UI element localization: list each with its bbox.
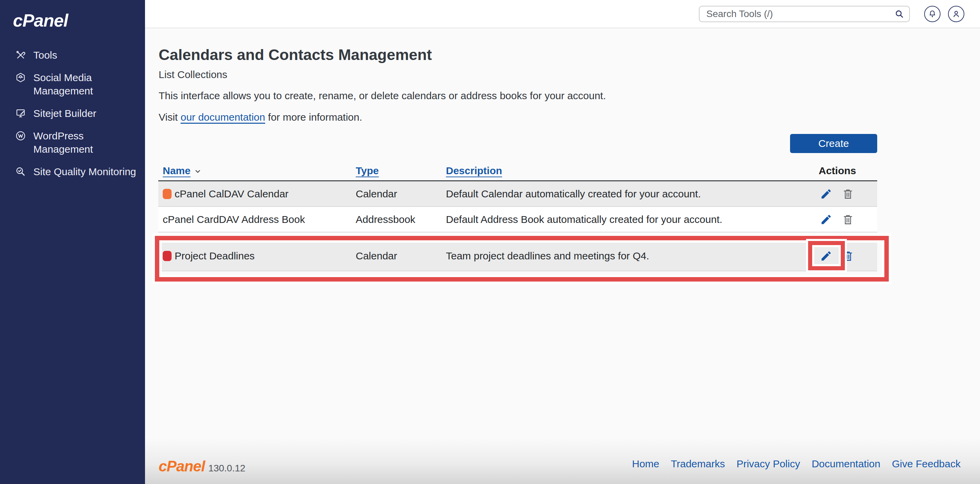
- table-row-carddav-address-book: cPanel CardDAV Address Book Addressbook …: [158, 207, 877, 232]
- cpanel-sidebar-logo[interactable]: cPanel: [0, 0, 145, 31]
- trash-icon: [842, 213, 854, 226]
- trash-icon: [842, 188, 854, 200]
- collection-name: Project Deadlines: [175, 250, 255, 262]
- bell-icon: [928, 9, 937, 19]
- calendar-color-swatch: [163, 189, 172, 199]
- collection-name: cPanel CalDAV Calendar: [175, 188, 289, 200]
- sidebar-item-wordpress-management[interactable]: WordPress Management: [0, 129, 145, 156]
- collection-name-cell: cPanel CalDAV Calendar: [163, 188, 289, 200]
- page-intro: This interface allows you to create, ren…: [159, 90, 606, 102]
- chevron-down-icon: [194, 168, 202, 175]
- table-row-caldav-calendar: cPanel CalDAV Calendar Calendar Default …: [158, 181, 877, 207]
- pencil-icon: [820, 250, 832, 262]
- collection-description: Default Calendar automatically created f…: [446, 188, 701, 200]
- docs-suffix: for more information.: [265, 112, 362, 123]
- sidebar-item-social-media-management[interactable]: Social Media Management: [0, 71, 145, 97]
- page-title: Calendars and Contacts Management: [159, 46, 432, 64]
- collection-description: Team project deadlines and meetings for …: [446, 250, 649, 262]
- collection-name-cell: Project Deadlines: [163, 250, 255, 262]
- docs-line: Visit our documentation for more informa…: [159, 112, 362, 123]
- footer-link-home[interactable]: Home: [632, 458, 659, 470]
- documentation-link[interactable]: our documentation: [180, 112, 265, 123]
- user-icon: [951, 9, 961, 19]
- table-header-row: Name Type Description Actions: [158, 160, 877, 181]
- collection-type: Calendar: [356, 250, 397, 262]
- sidebar-item-tools[interactable]: Tools: [0, 48, 145, 62]
- topbar: [145, 0, 980, 28]
- collection-type: Calendar: [356, 188, 397, 200]
- footer-link-documentation[interactable]: Documentation: [811, 458, 880, 470]
- sidebar-item-sitejet-builder[interactable]: Sitejet Builder: [0, 107, 145, 120]
- collection-description: Default Address Book automatically creat…: [446, 214, 722, 225]
- search-icon: [894, 9, 904, 19]
- edit-button[interactable]: [820, 213, 832, 226]
- cpanel-app: cPanel Tools Social Media Management: [0, 0, 980, 484]
- docs-prefix: Visit: [159, 112, 180, 123]
- wordpress-icon: [15, 130, 26, 141]
- collection-type: Addressbook: [356, 214, 415, 225]
- tools-icon: [15, 50, 26, 61]
- sidebar-item-label: WordPress Management: [33, 129, 93, 156]
- footer: cPanel 130.0.12 Home Trademarks Privacy …: [145, 438, 980, 484]
- sidebar-item-label: Tools: [33, 48, 57, 62]
- collections-table: Name Type Description Actions cPanel Cal…: [158, 160, 877, 271]
- delete-button[interactable]: [842, 213, 854, 226]
- social-media-icon: [15, 72, 26, 83]
- main-content: Calendars and Contacts Management List C…: [145, 29, 980, 438]
- sidebar-item-site-quality-monitoring[interactable]: Site Quality Monitoring: [0, 165, 145, 178]
- page-subtitle: List Collections: [159, 69, 228, 80]
- search-input[interactable]: [699, 6, 910, 22]
- collection-name-cell: cPanel CardDAV Address Book: [163, 214, 305, 225]
- footer-link-trademarks[interactable]: Trademarks: [671, 458, 725, 470]
- sidebar-item-label: Site Quality Monitoring: [33, 165, 136, 178]
- table-row-project-deadlines: Project Deadlines Calendar Team project …: [158, 241, 877, 271]
- cpanel-footer-logo: cPanel: [159, 458, 205, 475]
- sort-header-description[interactable]: Description: [446, 165, 502, 177]
- site-quality-icon: [15, 166, 26, 177]
- version-label: 130.0.12: [208, 463, 245, 474]
- calendar-color-swatch: [163, 251, 172, 261]
- delete-button[interactable]: [842, 188, 854, 200]
- footer-brand: cPanel 130.0.12: [159, 458, 245, 475]
- sidebar-item-label: Social Media Management: [33, 71, 93, 97]
- account-button[interactable]: [948, 6, 964, 22]
- sidebar-item-label: Sitejet Builder: [33, 107, 96, 120]
- sidebar: cPanel Tools Social Media Management: [0, 0, 145, 484]
- delete-button[interactable]: [842, 250, 854, 262]
- trash-icon: [842, 250, 854, 262]
- footer-link-give-feedback[interactable]: Give Feedback: [892, 458, 961, 470]
- sort-header-name[interactable]: Name: [163, 165, 202, 177]
- create-button[interactable]: Create: [790, 134, 877, 153]
- sort-header-type[interactable]: Type: [356, 165, 379, 177]
- footer-link-privacy-policy[interactable]: Privacy Policy: [737, 458, 800, 470]
- footer-links: Home Trademarks Privacy Policy Documenta…: [632, 458, 961, 470]
- notifications-button[interactable]: [924, 6, 940, 22]
- pencil-icon: [820, 188, 832, 200]
- sitejet-builder-icon: [15, 108, 26, 119]
- sidebar-nav: Tools Social Media Management Sitejet Bu…: [0, 48, 145, 178]
- header-actions: Actions: [813, 165, 861, 177]
- search-box: [699, 6, 910, 22]
- collection-name: cPanel CardDAV Address Book: [163, 214, 305, 225]
- pencil-icon: [820, 213, 832, 226]
- edit-button[interactable]: [820, 250, 832, 262]
- edit-button[interactable]: [820, 188, 832, 200]
